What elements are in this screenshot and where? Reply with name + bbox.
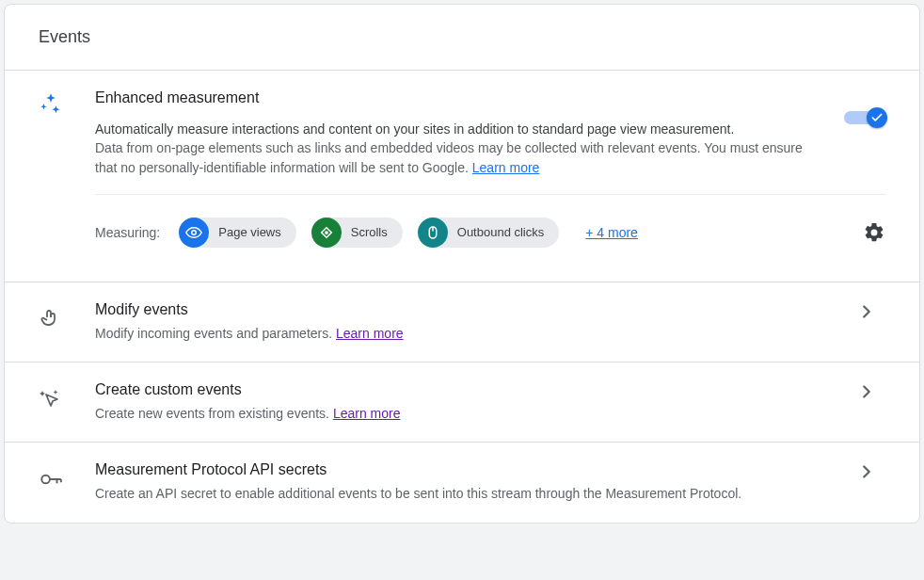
row-desc: Create new events from existing events. …	[95, 404, 848, 423]
enhanced-body: Enhanced measurement Automatically measu…	[95, 89, 885, 255]
eye-icon	[179, 218, 209, 248]
key-icon	[39, 461, 95, 491]
pill-label: Scrolls	[351, 225, 388, 239]
pill-label: Outbound clicks	[457, 225, 545, 239]
row-title: Create custom events	[95, 381, 848, 398]
diamond-icon	[311, 218, 342, 248]
enhanced-title: Enhanced measurement	[95, 89, 821, 106]
row-desc: Modify incoming events and parameters. L…	[95, 324, 848, 343]
svg-point-5	[41, 475, 50, 484]
row-desc: Create an API secret to enable additiona…	[95, 484, 848, 503]
pill-label: Page views	[218, 225, 280, 239]
enhanced-learn-more-link[interactable]: Learn more	[472, 160, 540, 175]
learn-more-link[interactable]: Learn more	[336, 326, 404, 341]
chevron-right-icon	[848, 381, 885, 402]
enhanced-toggle[interactable]	[844, 108, 885, 127]
row-create-custom-events[interactable]: Create custom events Create new events f…	[5, 362, 919, 443]
card-header: Events	[5, 5, 919, 71]
measuring-row: Measuring: Page views Scrolls	[95, 195, 885, 255]
pill-page-views: Page views	[179, 218, 295, 248]
enhanced-description: Automatically measure interactions and c…	[95, 120, 821, 177]
chevron-right-icon	[848, 461, 885, 482]
chevron-right-icon	[848, 301, 885, 322]
measuring-label: Measuring:	[95, 225, 160, 240]
gear-icon	[863, 221, 885, 244]
row-title: Modify events	[95, 301, 848, 318]
card-title: Events	[39, 27, 885, 47]
svg-point-0	[192, 231, 197, 235]
pill-scrolls: Scrolls	[311, 218, 403, 248]
events-card: Events Enhanced measurement Automaticall…	[4, 4, 920, 524]
enhanced-desc-bold: Automatically measure interactions and c…	[95, 121, 734, 137]
row-modify-events[interactable]: Modify events Modify incoming events and…	[5, 282, 919, 362]
learn-more-link[interactable]: Learn more	[333, 406, 401, 421]
row-api-secrets[interactable]: Measurement Protocol API secrets Create …	[5, 443, 919, 522]
settings-button[interactable]	[848, 221, 885, 244]
enhanced-desc-rest: Data from on-page elements such as links…	[95, 140, 803, 174]
section-enhanced-measurement: Enhanced measurement Automatically measu…	[5, 71, 919, 282]
measuring-pills: Page views Scrolls Outbound clicks	[179, 218, 848, 248]
spark-cursor-icon	[39, 381, 95, 410]
svg-point-2	[326, 232, 327, 234]
touch-icon	[39, 301, 95, 330]
more-measurements-link[interactable]: + 4 more	[585, 225, 638, 240]
row-title: Measurement Protocol API secrets	[95, 461, 848, 478]
pill-outbound-clicks: Outbound clicks	[418, 218, 560, 248]
mouse-icon	[418, 218, 448, 248]
sparkle-icon	[39, 89, 95, 255]
check-icon	[867, 107, 887, 128]
